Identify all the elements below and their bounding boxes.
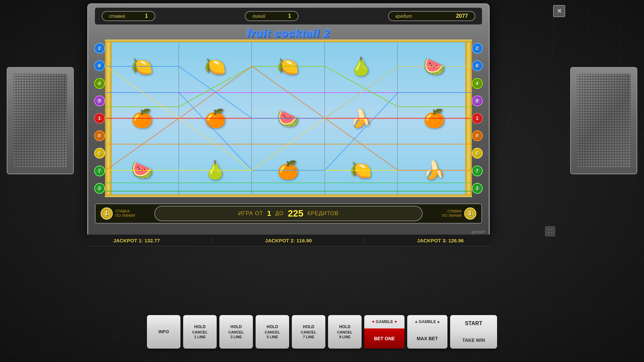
stavka-po-linii-right: СТАВКАПО ЛИНИИ <box>442 209 462 218</box>
stavka-value: 1 <box>145 13 148 19</box>
reels-container: 🍋 🍊 🍉 🍋 🍊 🍐 🍋 🍉 🍊 🍐 🍌 🍋 <box>105 40 472 197</box>
hold-cancel-7line-button[interactable]: HOLD CANCEL 7 LINE <box>292 315 325 349</box>
start-take-win-group: START TAKE WIN <box>450 315 497 349</box>
stavka-label: ставка <box>109 13 125 19</box>
bet-per-line-right: 1 СТАВКАПО ЛИНИИ <box>429 207 476 220</box>
hold-cancel-9line-button[interactable]: HOLD CANCEL 9 LINE <box>328 315 362 349</box>
game-info-num2: 225 <box>288 208 304 219</box>
buttons-area: INFO HOLD CANCEL 1 LINE HOLD CANCEL 3 LI… <box>0 248 644 362</box>
fruit-4-2: 🍌 <box>350 108 372 129</box>
max-bet-button[interactable]: MAX BET <box>407 328 447 349</box>
reel-5: 🍉 🍊 🍌 <box>398 41 471 196</box>
fruit-5-3: 🍌 <box>423 160 445 180</box>
reel-4-row-3: 🍋 <box>325 144 397 196</box>
liniy-label: линий <box>252 13 265 19</box>
reel-1-row-1: 🍋 <box>106 41 178 93</box>
top-bar: ставка 1 линий 1 кредит 2077 <box>95 8 482 24</box>
line-num-right-7: 7 <box>472 166 483 176</box>
game-title: fruit cocktail 2 <box>88 27 489 40</box>
heart-icon-2: ♥ <box>394 319 397 324</box>
line-num-right-6: 6 <box>472 60 483 71</box>
reel-1: 🍋 🍊 🍉 <box>106 41 179 196</box>
line-num-right-5: 5 <box>472 148 483 159</box>
fruit-4-3: 🍋 <box>350 160 372 180</box>
spade-icon: ♠ <box>415 319 417 324</box>
fruit-3-1: 🍋 <box>277 56 299 77</box>
game-info-num1: 1 <box>267 209 271 218</box>
reel-2-row-1: 🍋 <box>179 41 252 93</box>
liniy-value: 1 <box>288 13 291 19</box>
reels-inner: 🍋 🍊 🍉 🍋 🍊 🍐 🍋 🍉 🍊 🍐 🍌 🍋 <box>106 41 471 196</box>
fruit-3-2: 🍉 <box>277 108 299 129</box>
reel-3-row-3: 🍊 <box>252 144 324 196</box>
game-info-center: игра от 1 до 225 кредитов <box>154 206 423 221</box>
speaker-grille-left <box>13 74 67 168</box>
line-num-left-8: 8 <box>94 130 105 141</box>
reel-5-row-3: 🍌 <box>398 144 470 196</box>
fruit-1-2: 🍊 <box>131 108 153 129</box>
game-info-text1: игра от <box>238 210 263 217</box>
fruit-3-3: 🍊 <box>277 160 299 180</box>
jackpot3: JACKPOT 3: 126.96 <box>417 238 464 243</box>
line-numbers-left: 2 6 4 9 1 8 5 7 3 <box>94 40 105 197</box>
hold-cancel-3line-button[interactable]: HOLD CANCEL 3 LINE <box>219 315 253 349</box>
machine-frame: ставка 1 линий 1 кредит 2077 fruit cockt… <box>87 3 490 238</box>
close-button[interactable]: ✕ <box>553 5 565 17</box>
speaker-right <box>570 67 637 174</box>
gamble-bet-one-group: ♥ GAMBLE ♥ BET ONE <box>364 315 405 349</box>
line-num-right-4: 4 <box>472 78 483 89</box>
bottom-panel: 1 СТАВКАПО ЛИНИИ игра от 1 до 225 кредит… <box>95 203 482 224</box>
liniy-box: линий 1 <box>245 11 299 21</box>
kredit-value: 2077 <box>456 13 468 19</box>
bet-circle-right: 1 <box>464 207 476 220</box>
line-num-right-3: 3 <box>472 183 483 194</box>
gamble-max-bet-group: ♠ GAMBLE ♠ MAX BET <box>407 315 447 349</box>
start-button[interactable]: START <box>450 315 497 332</box>
speaker-left <box>7 67 74 174</box>
jackpot-bar: JACKPOT 1: 132.77 | JACKPOT 2: 116.90 | … <box>87 234 490 246</box>
gamble-top2-button[interactable]: ♠ GAMBLE ♠ <box>407 315 447 328</box>
line-num-left-6: 6 <box>94 60 105 71</box>
take-win-button[interactable]: TAKE WIN <box>450 332 497 349</box>
line-num-left-7: 7 <box>94 166 105 176</box>
reel-2-row-2: 🍊 <box>179 93 252 144</box>
line-num-left-1: 1 <box>94 113 105 124</box>
fruit-5-2: 🍊 <box>423 108 445 129</box>
line-num-right-1: 1 <box>472 113 483 124</box>
line-num-right-9: 9 <box>472 96 483 106</box>
bet-circle-left: 1 <box>101 207 113 220</box>
line-num-left-5: 5 <box>94 148 105 159</box>
kredit-label: кредит <box>395 13 412 19</box>
reel-1-row-2: 🍊 <box>106 93 178 144</box>
reel-4: 🍐 🍌 🍋 <box>325 41 398 196</box>
reel-border-bottom <box>105 194 472 197</box>
reel-5-row-2: 🍊 <box>398 93 470 144</box>
kredit-box: кредит 2077 <box>388 11 475 21</box>
reel-2-row-3: 🍐 <box>179 144 252 196</box>
line-num-left-3: 3 <box>94 183 105 194</box>
fullscreen-button[interactable]: ⛶ <box>545 226 555 236</box>
reel-3: 🍋 🍉 🍊 <box>252 41 325 196</box>
reel-border-left <box>105 40 112 197</box>
reel-4-row-1: 🍐 <box>325 41 397 93</box>
gamble-top-button[interactable]: ♥ GAMBLE ♥ <box>364 315 405 328</box>
line-num-right-8: 8 <box>472 130 483 141</box>
reel-3-row-2: 🍉 <box>252 93 324 144</box>
heart-icon: ♥ <box>372 319 374 324</box>
bet-per-line-left: 1 СТАВКАПО ЛИНИИ <box>101 207 148 220</box>
line-num-left-4: 4 <box>94 78 105 89</box>
line-numbers-right: 2 6 4 9 1 8 5 7 3 <box>472 40 483 197</box>
jackpot2: JACKPOT 2: 116.90 <box>265 238 312 243</box>
hold-cancel-1line-button[interactable]: HOLD CANCEL 1 LINE <box>183 315 217 349</box>
bet-one-button[interactable]: BET ONE <box>364 328 405 349</box>
line-num-left-2: 2 <box>94 43 105 54</box>
game-info-text3: кредитов <box>308 210 339 217</box>
fruit-1-1: 🍋 <box>131 56 153 77</box>
info-button[interactable]: INFO <box>147 315 180 349</box>
fruit-2-2: 🍊 <box>204 108 226 129</box>
reel-border-right <box>465 40 472 197</box>
fruit-4-1: 🍐 <box>350 56 372 77</box>
reel-4-row-2: 🍌 <box>325 93 397 144</box>
jackpot1: JACKPOT 1: 132.77 <box>113 238 160 243</box>
hold-cancel-5line-button[interactable]: HOLD CANCEL 5 LINE <box>256 315 289 349</box>
